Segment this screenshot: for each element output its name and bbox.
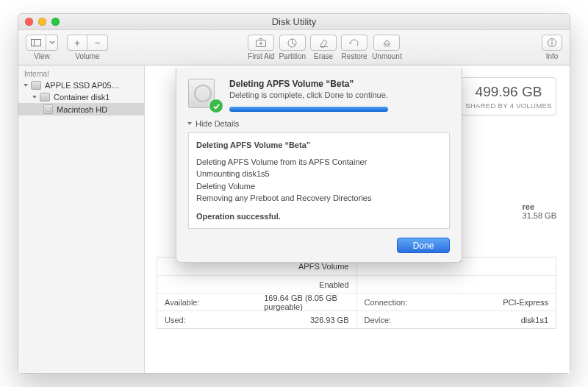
capacity-sub: SHARED BY 4 VOLUMES (465, 102, 551, 110)
minus-icon: − (95, 38, 101, 49)
disk-icon (40, 93, 50, 102)
info-button[interactable] (542, 35, 562, 51)
dialog-title: Deleting APFS Volume “Beta” (229, 79, 388, 89)
done-button[interactable]: Done (397, 238, 450, 253)
restore-button[interactable] (341, 35, 368, 51)
volume-info-table: APFS VolumeEnabledAvailable:169.64 GB (8… (157, 257, 556, 329)
unmount-label: Unmount (372, 52, 402, 60)
sidebar-header: Internal (18, 68, 144, 79)
delete-volume-dialog: Deleting APFS Volume “Beta” Deleting is … (176, 68, 462, 263)
svg-rect-9 (551, 42, 552, 45)
free-snippet: ree 31.58 GB (523, 202, 556, 220)
dialog-disk-icon (188, 79, 220, 111)
svg-marker-5 (384, 40, 390, 44)
add-volume-button[interactable]: + (67, 35, 87, 51)
table-row: Enabled (157, 275, 556, 293)
restore-label: Restore (342, 52, 368, 60)
disclosure-triangle-icon (187, 122, 192, 125)
erase-button[interactable] (310, 35, 337, 51)
sidebar-item[interactable]: APPLE SSD AP05… (18, 79, 144, 91)
partition-label: Partition (279, 52, 306, 60)
log-line: Deleting Volume (196, 180, 442, 193)
firstaid-label: First Aid (248, 52, 274, 60)
view-sidebar-button[interactable] (26, 35, 46, 51)
plus-icon: + (74, 38, 80, 49)
svg-rect-0 (32, 40, 41, 46)
log-line: Unmounting disk1s5 (196, 168, 442, 180)
svg-point-8 (551, 40, 553, 41)
info-icon (547, 38, 557, 48)
firstaid-icon (255, 38, 267, 48)
table-row: Used:326.93 GBDevice:disk1s1 (157, 310, 556, 328)
remove-volume-button[interactable]: − (87, 35, 108, 51)
operation-log: Deleting APFS Volume “Beta” Deleting APF… (188, 132, 450, 229)
disk-icon (31, 81, 41, 90)
partition-icon (287, 38, 298, 49)
firstaid-button[interactable] (248, 35, 274, 51)
hide-details-toggle[interactable]: Hide Details (188, 119, 450, 128)
disclosure-triangle-icon (24, 84, 28, 87)
toolbar: View + − Volume First AidPartitionEraseR… (18, 30, 570, 65)
erase-icon (318, 38, 329, 48)
disk-utility-window: Disk Utility View + − Volume First AidPa… (18, 13, 570, 374)
sidebar-item-label: Macintosh HD (57, 105, 107, 114)
erase-label: Erase (314, 52, 333, 60)
sidebar-item-label: APPLE SSD AP05… (45, 81, 120, 90)
sidebar-item[interactable]: Container disk1 (18, 91, 144, 103)
sidebar-item[interactable]: Macintosh HD (18, 103, 144, 116)
sidebar-item-label: Container disk1 (54, 93, 110, 102)
log-success: Operation successful. (196, 210, 442, 223)
view-label: View (34, 52, 50, 60)
unmount-icon (382, 38, 392, 48)
partition-button[interactable] (279, 35, 306, 51)
table-row: Available:169.64 GB (8.05 GB purgeable)C… (157, 293, 556, 310)
capacity-value: 499.96 GB (476, 84, 542, 100)
log-heading: Deleting APFS Volume “Beta” (196, 139, 442, 152)
unmount-button[interactable] (373, 35, 400, 51)
log-line: Deleting APFS Volume from its APFS Conta… (196, 156, 442, 168)
sidebar-icon (31, 39, 41, 46)
capacity-box: 499.96 GB SHARED BY 4 VOLUMES (461, 77, 556, 116)
volume-icon (43, 104, 53, 114)
sidebar: Internal APPLE SSD AP05…Container disk1M… (18, 65, 145, 373)
titlebar: Disk Utility (18, 14, 570, 30)
restore-icon (348, 38, 360, 48)
log-line: Removing any Preboot and Recovery Direct… (196, 192, 442, 205)
volume-label: Volume (75, 52, 99, 60)
window-title: Disk Utility (18, 16, 570, 27)
disclosure-triangle-icon (32, 96, 37, 99)
chevron-down-icon (49, 40, 55, 45)
success-checkmark-icon (209, 99, 223, 113)
info-label: Info (546, 52, 559, 60)
view-menu-button[interactable] (46, 35, 58, 51)
dialog-subtitle: Deleting is complete, click Done to cont… (229, 90, 388, 99)
progress-bar (229, 107, 388, 112)
